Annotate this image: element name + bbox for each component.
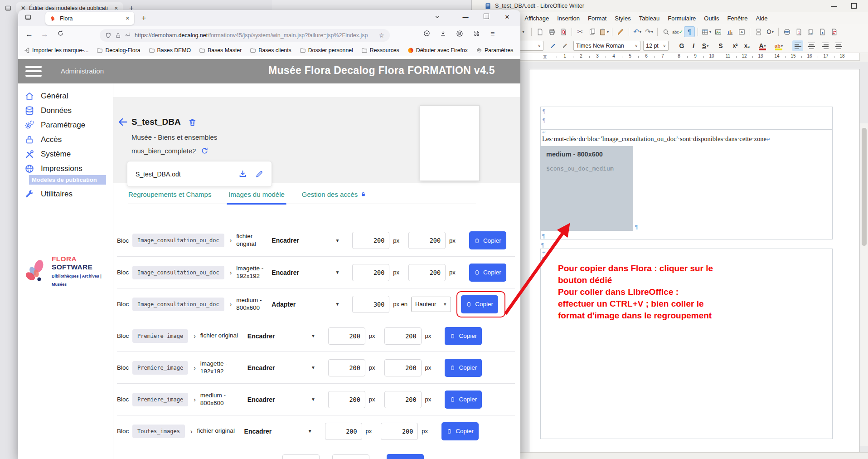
size-input-1[interactable] — [328, 359, 365, 376]
refresh-icon[interactable] — [201, 147, 209, 155]
new-tab-button[interactable]: + — [141, 14, 146, 23]
bold-button[interactable]: G — [676, 40, 687, 51]
mode-select[interactable]: Adapter▼ — [272, 301, 339, 308]
copier-button[interactable] — [387, 454, 424, 459]
align-left-button[interactable] — [792, 40, 803, 51]
formatting-marks-icon[interactable]: ¶ — [684, 26, 695, 37]
update-style-icon[interactable] — [548, 40, 558, 51]
size-input-1[interactable] — [328, 327, 365, 345]
bookmark-item[interactable]: Bases clients — [250, 47, 291, 54]
forward-icon[interactable]: → — [41, 30, 48, 39]
size-input-2[interactable] — [384, 359, 422, 376]
insert-chart-icon[interactable] — [724, 26, 735, 37]
redo-icon[interactable]: ↷▾ — [644, 26, 655, 37]
copier-button[interactable]: Copier — [445, 359, 482, 377]
bookmark-star-icon[interactable]: ☆ — [378, 32, 384, 39]
sidebar-item-impressions[interactable]: Impressions — [18, 162, 82, 176]
maximize-icon[interactable] — [480, 14, 493, 20]
table-cell-keywords[interactable]: ↵ Les·mot-clés·du·bloc·'Image_consultati… — [540, 129, 833, 239]
hamburger-menu-icon[interactable] — [25, 66, 42, 77]
horizontal-ruler[interactable]: ⧖ 123456789101112131415161718 — [517, 53, 860, 61]
mode-select[interactable]: Encadrer▼ — [272, 269, 339, 276]
pocket-icon[interactable] — [423, 30, 430, 37]
clone-formatting-icon[interactable] — [615, 26, 626, 37]
active-tab-flora[interactable]: Flora ✕ — [45, 12, 134, 25]
mode-select[interactable]: Encadrer▼ — [272, 237, 339, 244]
scrollbar-thumb[interactable] — [862, 128, 867, 246]
size-input-1[interactable] — [325, 423, 362, 440]
image-placeholder-box[interactable]: medium - 800x600 $cons_ou_doc_medium — [540, 146, 633, 231]
strikethrough-button[interactable]: S — [715, 40, 726, 51]
close-window-icon[interactable]: ✕ — [500, 14, 514, 20]
insert-textbox-icon[interactable]: A — [736, 26, 747, 37]
back-icon[interactable]: ← — [25, 30, 33, 39]
highlight-color-button[interactable]: ab▾ — [773, 40, 784, 51]
menu-tableau[interactable]: Tableau — [635, 14, 664, 23]
copier-button[interactable]: Copier — [461, 295, 498, 313]
size-input-1[interactable] — [352, 296, 389, 313]
bookmark-item[interactable]: Bases DEMO — [149, 47, 191, 54]
mode-select[interactable]: Encadrer▼ — [247, 396, 315, 403]
hyperlink-icon[interactable] — [781, 26, 792, 37]
trash-icon[interactable] — [188, 118, 197, 127]
bookmark-item[interactable]: Importer les marque-... — [24, 47, 88, 54]
align-justify-button[interactable] — [833, 40, 844, 51]
cross-reference-icon[interactable] — [817, 26, 828, 37]
mode-select[interactable]: Encadrer▼ — [247, 332, 315, 340]
libreoffice-titlebar[interactable]: S_test_DBA.odt - LibreOffice Writer — — [472, 0, 868, 12]
tab-manager-icon[interactable] — [24, 14, 32, 21]
vertical-scrollbar[interactable] — [860, 123, 868, 446]
tab-list-chevron-icon[interactable] — [434, 14, 448, 20]
track-changes-icon[interactable] — [829, 26, 839, 37]
special-character-icon[interactable]: Ω▾ — [765, 26, 776, 37]
size-input-1[interactable] — [352, 232, 389, 249]
spellcheck-icon[interactable]: abc✓ — [672, 26, 683, 37]
bookmark-item[interactable]: Débuter avec Firefox — [407, 47, 468, 54]
extensions-icon[interactable] — [473, 30, 480, 37]
edit-pencil-icon[interactable] — [255, 170, 263, 178]
url-text[interactable]: https://demobam.decalog.net/formationv45… — [135, 32, 375, 39]
size-input-2[interactable] — [384, 391, 422, 408]
print-icon[interactable] — [546, 26, 557, 37]
font-name-select[interactable]: Times New Roman∨ — [573, 41, 640, 51]
tab-manager-icon[interactable] — [5, 5, 12, 12]
paste-icon[interactable]: ▾ — [598, 26, 609, 37]
table-cell-empty[interactable]: ¶ ¶ — [540, 107, 833, 129]
font-color-button[interactable]: A▾ — [757, 40, 768, 51]
downloads-icon[interactable] — [440, 30, 446, 37]
footnote-icon[interactable]: 1 — [793, 26, 804, 37]
ruler-margin-marker[interactable]: ⧖ — [543, 54, 547, 60]
mode-select[interactable]: Encadrer▼ — [247, 364, 315, 371]
tab-images-du-mod-le[interactable]: Images du modèle — [228, 190, 284, 204]
size-input-2[interactable] — [332, 454, 369, 459]
align-center-button[interactable] — [806, 40, 817, 51]
tab-gestion-des-acc-s[interactable]: Gestion des accès — [302, 190, 366, 204]
minimize-icon[interactable]: — — [826, 1, 842, 11]
lock-icon[interactable] — [115, 33, 121, 39]
bookmark-item[interactable]: Bases Master — [199, 47, 242, 54]
download-icon[interactable] — [238, 170, 247, 178]
superscript-button[interactable]: x² — [730, 40, 741, 51]
cut-icon[interactable]: ✂ — [575, 26, 586, 37]
new-document-icon[interactable] — [534, 26, 545, 37]
url-bar[interactable]: 2 https://demobam.decalog.net/formationv… — [100, 29, 390, 42]
bookmark-item[interactable]: Decalog-Flora — [97, 47, 140, 54]
italic-button[interactable]: I — [688, 40, 699, 51]
bookmark-item[interactable]: Dossier personnel — [300, 47, 353, 54]
menu-insertion[interactable]: Insertion — [553, 14, 584, 23]
menu-icon[interactable]: ≡ — [490, 30, 495, 38]
back-arrow-icon[interactable] — [117, 117, 129, 127]
size-input-2[interactable] — [381, 423, 418, 440]
menu-affichage[interactable]: Affichage — [520, 14, 553, 23]
sidebar-item-paramtrage[interactable]: Paramétrage — [18, 118, 85, 132]
bookmark-icon[interactable]: (i) — [805, 26, 816, 37]
account-icon[interactable] — [456, 30, 463, 37]
font-size-select[interactable]: 12 pt∨ — [643, 41, 669, 51]
dimension-select[interactable]: Hauteur▼ — [411, 297, 451, 312]
sidebar-item-systme[interactable]: Système — [18, 147, 71, 161]
page-break-icon[interactable] — [753, 26, 764, 37]
table-cell-annotation[interactable]: ↵ ¶ Pour copier dans Flora : cliquer sur… — [540, 249, 833, 439]
size-input-1[interactable] — [282, 454, 320, 459]
menu-outils[interactable]: Outils — [700, 14, 723, 23]
menu-format[interactable]: Format — [584, 14, 611, 23]
